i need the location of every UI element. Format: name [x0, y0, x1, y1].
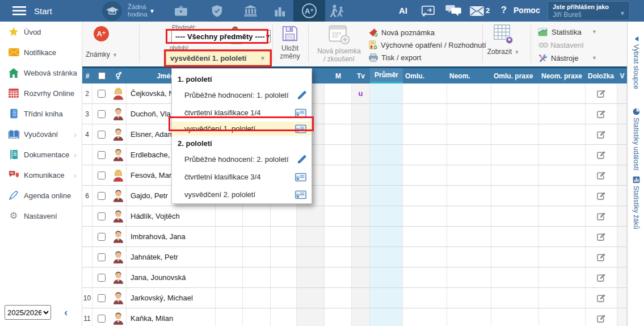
student-checkbox[interactable]	[98, 90, 106, 98]
dropdown-item-option[interactable]: čtvrtletní klasifikace 3/4	[172, 168, 312, 186]
cell-excused-practice	[491, 124, 539, 144]
screencast-icon[interactable]	[420, 0, 436, 22]
sidebar-item-dokumentace[interactable]: Dokumentace›	[0, 144, 82, 165]
sidebar-item-agenda-online[interactable]: Agenda online	[0, 185, 82, 206]
sidebar-item-t-dn-kniha[interactable]: Třídní kniha	[0, 103, 82, 124]
student-avatar-male	[112, 230, 124, 243]
dropdown-item-option[interactable]: Průběžné hodnocení: 2. pololetí	[172, 151, 312, 168]
graduation-cap-icon[interactable]	[102, 1, 122, 21]
student-row: Erdlebache,	[82, 145, 627, 165]
cell-subject-1	[216, 206, 243, 226]
logged-in-user-box[interactable]: Jste přihlášen jako Jiří Bureš ▼	[548, 1, 630, 20]
student-statistics-panel-button[interactable]: Statistiky žáků	[628, 176, 644, 229]
clause-edit-icon[interactable]	[596, 191, 606, 200]
sidebar-item-nastaven-[interactable]: ⚙Nastavení	[0, 206, 82, 226]
cell-average	[370, 83, 403, 103]
sidebar-item-notifikace[interactable]: Notifikace	[0, 42, 82, 62]
cell-excused-practice	[491, 104, 539, 124]
shield-check-icon[interactable]	[209, 0, 224, 22]
cell-student-name[interactable]: Kaňka, Milan	[127, 308, 216, 326]
clause-edit-icon[interactable]	[596, 314, 606, 323]
student-checkbox[interactable]	[98, 212, 106, 220]
grades-module-active-tab[interactable]: A⁺	[293, 0, 325, 22]
sidebar-item-rozvrhy-online[interactable]: Rozvrhy Online	[0, 83, 82, 103]
period-select[interactable]: vysvědčení 1. pololetí ▼	[166, 51, 270, 65]
grades-menu-button[interactable]: Známky ▼	[79, 49, 124, 59]
help-label[interactable]: Pomoc	[513, 6, 540, 15]
ai-label[interactable]: AI	[399, 6, 407, 15]
dropdown-item-selected[interactable]: vysvědčení 1. pololetí	[172, 122, 312, 136]
cell-student-name[interactable]: Jarkovský, Michael	[127, 288, 216, 308]
student-checkbox[interactable]	[98, 253, 106, 261]
cell-student-name[interactable]: Hádlík, Vojtěch	[127, 206, 216, 226]
col-header-gender[interactable]: ⚥	[111, 68, 127, 83]
col-header-unexcused[interactable]: Neom.	[447, 68, 491, 83]
col-header-excused-practice[interactable]: Omlu. praxe	[491, 68, 539, 83]
start-menu-label[interactable]: Start	[34, 6, 52, 16]
student-checkbox[interactable]	[98, 192, 106, 200]
educational-measure-button[interactable]: Výchovné opatření / Rozhodnutí	[369, 39, 488, 51]
student-checkbox[interactable]	[98, 315, 106, 323]
col-header-subject-m[interactable]: M	[325, 68, 352, 83]
display-options-button[interactable]: Zobrazit ▼	[485, 24, 521, 56]
col-header-subject-tv[interactable]: Tv	[352, 68, 370, 83]
chat-bubbles-icon[interactable]	[444, 0, 462, 22]
clause-edit-icon[interactable]	[596, 273, 606, 282]
cell-excused-practice	[491, 247, 539, 267]
sidebar-collapse-icon[interactable]: ‹	[64, 306, 68, 319]
student-checkbox[interactable]	[98, 110, 106, 118]
sidebar-item--vod[interactable]: Úvod	[0, 22, 82, 42]
clause-edit-icon[interactable]	[596, 253, 606, 262]
cell-clipped-col	[617, 145, 627, 165]
institution-icon[interactable]	[242, 0, 258, 22]
clause-edit-icon[interactable]	[596, 151, 606, 160]
col-header-row-number[interactable]: #	[82, 68, 92, 83]
student-checkbox[interactable]	[98, 131, 106, 139]
sidebar-item-webov-str-nka[interactable]: Webová stránka	[0, 62, 82, 83]
student-avatar-male	[112, 189, 124, 202]
dropdown-item-option[interactable]: vysvědčení 2. pololetí	[172, 186, 312, 203]
dropdown-item-option[interactable]: čtvrtletní klasifikace 1/4	[172, 104, 312, 122]
student-checkbox[interactable]	[98, 294, 106, 302]
student-checkbox[interactable]	[98, 172, 106, 179]
student-row: 6Gajdo, Petr	[82, 186, 627, 206]
hamburger-menu-icon[interactable]	[12, 6, 26, 15]
col-header-average[interactable]: Průměr	[370, 68, 403, 83]
bar-chart-icon[interactable]	[273, 0, 287, 22]
col-header-clause[interactable]: Doložka	[586, 68, 617, 83]
school-year-select[interactable]: 2025/2026	[5, 305, 51, 320]
print-export-button[interactable]: Tisk / export	[369, 52, 488, 63]
clause-edit-icon[interactable]	[596, 212, 606, 221]
select-columns-panel-button[interactable]: Vybrat sloupce	[628, 36, 644, 89]
question-mark-icon[interactable]: ?	[501, 5, 507, 15]
event-statistics-panel-button[interactable]: Statistiky událostí	[628, 108, 644, 170]
cell-student-name[interactable]: Jahnátek, Petr	[127, 247, 216, 267]
clause-edit-icon[interactable]	[596, 130, 606, 139]
clause-edit-icon[interactable]	[596, 294, 606, 303]
cell-subject-2	[243, 268, 271, 287]
sidebar-item-komunikace[interactable]: Komunikace›	[0, 165, 82, 185]
briefcase-icon[interactable]	[174, 0, 188, 22]
clause-edit-icon[interactable]	[596, 232, 606, 241]
col-header-excused[interactable]: Omlu.	[403, 68, 447, 83]
col-header-select-all[interactable]	[92, 68, 111, 83]
clause-edit-icon[interactable]	[596, 110, 606, 119]
mail-icon[interactable]	[469, 0, 485, 22]
cell-student-name[interactable]: Imbrahová, Jana	[127, 227, 216, 246]
col-header-unexcused-practice[interactable]: Neom. praxe	[539, 68, 586, 83]
cell-student-name[interactable]: Jana, Jounovská	[127, 268, 216, 287]
new-note-button[interactable]: Nová poznámka	[369, 27, 488, 38]
save-changes-button[interactable]: Uložit změny	[272, 25, 308, 60]
clause-edit-icon[interactable]	[596, 171, 606, 180]
select-all-checkbox[interactable]	[98, 72, 106, 80]
dropdown-item-option[interactable]: Průběžné hodnocení: 1. pololetí	[172, 86, 312, 104]
student-checkbox[interactable]	[98, 233, 106, 241]
subject-select[interactable]: ---- Všechny předměty ---- ▼	[171, 30, 271, 43]
student-checkbox[interactable]	[98, 151, 106, 159]
people-walking-icon[interactable]	[327, 0, 348, 22]
sidebar-item-vyu-ov-n-[interactable]: Vyučování›	[0, 124, 82, 144]
col-header-clipped-col[interactable]: V	[617, 68, 627, 83]
lesson-dropdown-caret[interactable]: ▼	[149, 8, 155, 14]
clause-edit-icon[interactable]	[596, 89, 606, 98]
student-checkbox[interactable]	[98, 274, 106, 282]
